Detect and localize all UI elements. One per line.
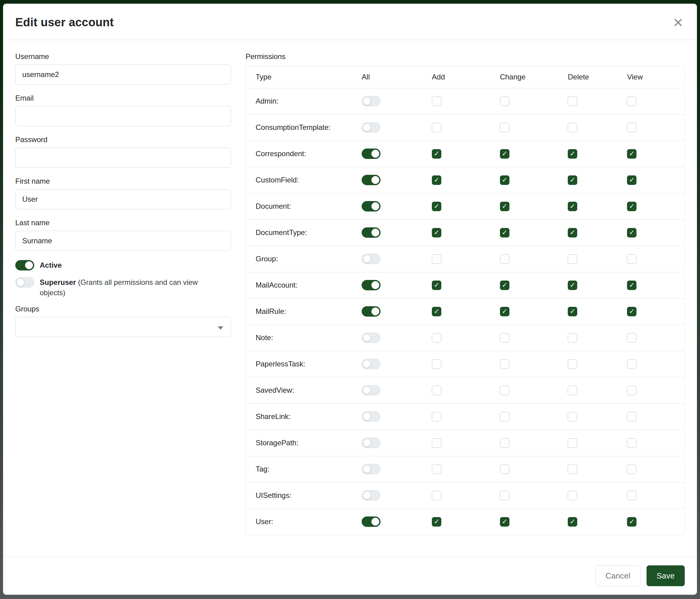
permission-add-checkbox[interactable] [432,333,441,342]
permission-change-checkbox[interactable] [500,438,509,448]
permission-add-checkbox[interactable] [432,464,441,474]
active-label: Active [40,260,62,270]
permission-all-toggle[interactable] [361,280,380,290]
username-input[interactable] [15,65,231,85]
last-name-field[interactable] [15,231,231,251]
permission-view-checkbox[interactable]: ✓ [627,228,636,237]
permission-all-toggle[interactable] [361,517,380,527]
permission-add-checkbox[interactable]: ✓ [432,307,441,316]
permission-change-checkbox[interactable] [500,412,509,422]
save-button[interactable]: Save [647,566,685,586]
permission-change-checkbox[interactable]: ✓ [500,517,509,527]
permission-delete-checkbox[interactable] [568,386,577,395]
first-name-field[interactable] [15,189,231,209]
cancel-button[interactable]: Cancel [596,566,641,586]
permission-add-checkbox[interactable] [432,123,441,132]
permission-delete-checkbox[interactable]: ✓ [568,175,577,185]
permission-change-checkbox[interactable]: ✓ [500,281,509,290]
groups-select[interactable] [15,317,231,337]
email-field[interactable] [15,106,231,126]
permission-delete-checkbox[interactable] [568,438,577,448]
permission-view-checkbox[interactable] [627,386,636,395]
permission-view-checkbox[interactable] [627,359,636,369]
permission-change-checkbox[interactable] [500,333,509,342]
permission-view-checkbox[interactable] [627,491,636,500]
permissions-section: Permissions Type All Add Change Delete V… [246,52,685,550]
permission-all-toggle[interactable] [361,306,380,317]
permission-all-toggle[interactable] [361,385,380,396]
permission-add-checkbox[interactable]: ✓ [432,228,441,237]
permission-all-toggle[interactable] [361,201,380,212]
permission-all-toggle[interactable] [361,490,380,501]
permission-view-checkbox[interactable]: ✓ [627,307,636,316]
permission-add-checkbox[interactable] [432,254,441,264]
permission-add-checkbox[interactable] [432,412,441,422]
permission-change-checkbox[interactable] [500,491,509,500]
permission-all-toggle[interactable] [361,122,380,133]
permission-delete-checkbox[interactable]: ✓ [568,517,577,527]
permission-view-checkbox[interactable] [627,412,636,422]
permission-change-checkbox[interactable] [500,123,509,132]
permission-add-checkbox[interactable]: ✓ [432,202,441,211]
permission-all-toggle[interactable] [361,464,380,474]
permission-delete-checkbox[interactable] [568,412,577,422]
permission-add-checkbox[interactable] [432,438,441,448]
permission-delete-checkbox[interactable] [568,464,577,474]
permission-change-checkbox[interactable] [500,386,509,395]
permission-change-checkbox[interactable]: ✓ [500,202,509,211]
permission-view-checkbox[interactable] [627,123,636,132]
permission-add-checkbox[interactable]: ✓ [432,281,441,290]
close-icon[interactable]: ✕ [673,17,683,29]
permission-change-checkbox[interactable] [500,359,509,369]
permission-view-checkbox[interactable]: ✓ [627,202,636,211]
permission-add-checkbox[interactable] [432,97,441,106]
permission-change-checkbox[interactable]: ✓ [500,307,509,316]
permission-all-toggle[interactable] [361,175,380,185]
permission-add-checkbox[interactable]: ✓ [432,517,441,527]
permission-row: Tag: [246,456,684,482]
permission-delete-checkbox[interactable] [568,123,577,132]
permission-all-toggle[interactable] [361,96,380,106]
permission-delete-checkbox[interactable] [568,491,577,500]
permission-add-checkbox[interactable] [432,359,441,369]
active-toggle[interactable] [15,260,34,270]
permission-all-toggle[interactable] [361,411,380,422]
permission-delete-checkbox[interactable]: ✓ [568,202,577,211]
permission-delete-checkbox[interactable]: ✓ [568,228,577,237]
permission-view-checkbox[interactable]: ✓ [627,175,636,185]
permission-change-checkbox[interactable]: ✓ [500,228,509,237]
permission-delete-checkbox[interactable]: ✓ [568,307,577,316]
permission-add-checkbox[interactable]: ✓ [432,175,441,185]
permission-view-checkbox[interactable]: ✓ [627,149,636,159]
permission-delete-checkbox[interactable]: ✓ [568,149,577,159]
permission-type-label: DocumentType: [246,219,360,246]
permission-view-checkbox[interactable] [627,97,636,106]
permission-view-checkbox[interactable] [627,464,636,474]
permission-change-checkbox[interactable] [500,464,509,474]
permission-delete-checkbox[interactable] [568,333,577,342]
permission-add-checkbox[interactable] [432,386,441,395]
superuser-toggle[interactable] [15,277,34,288]
permission-delete-checkbox[interactable] [568,359,577,369]
permission-change-checkbox[interactable]: ✓ [500,149,509,159]
permission-all-toggle[interactable] [361,227,380,238]
permission-all-toggle[interactable] [361,359,380,369]
permission-change-checkbox[interactable] [500,254,509,264]
permission-all-toggle[interactable] [361,333,380,343]
permission-view-checkbox[interactable] [627,438,636,448]
permission-all-toggle[interactable] [361,438,380,448]
permission-change-checkbox[interactable]: ✓ [500,175,509,185]
permission-all-toggle[interactable] [361,254,380,264]
permission-view-checkbox[interactable]: ✓ [627,281,636,290]
permission-delete-checkbox[interactable]: ✓ [568,281,577,290]
permission-delete-checkbox[interactable] [568,97,577,106]
permission-all-toggle[interactable] [361,148,380,159]
password-field[interactable] [15,148,231,168]
permission-view-checkbox[interactable] [627,254,636,264]
permission-change-checkbox[interactable] [500,97,509,106]
permission-view-checkbox[interactable] [627,333,636,342]
permission-view-checkbox[interactable]: ✓ [627,517,636,527]
permission-delete-checkbox[interactable] [568,254,577,264]
permission-add-checkbox[interactable]: ✓ [432,149,441,159]
permission-add-checkbox[interactable] [432,491,441,500]
